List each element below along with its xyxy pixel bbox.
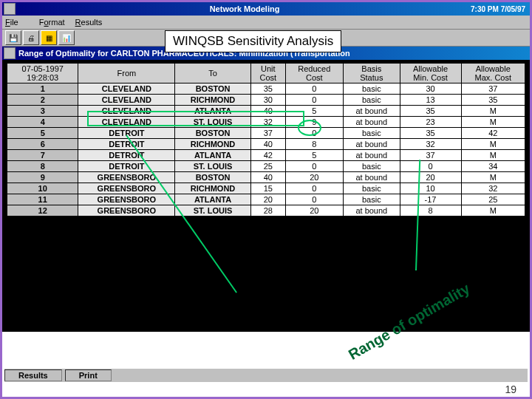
cell-amin: 32 — [400, 139, 461, 150]
cell-bs: at bound — [344, 150, 400, 161]
cell-bs: basic — [344, 194, 400, 205]
cell-amax: M — [461, 117, 525, 128]
cell-bs: at bound — [344, 205, 400, 216]
th-amin: AllowableMin. Cost — [400, 64, 461, 83]
cell-amin: 10 — [400, 183, 461, 194]
table-row[interactable]: 3 CLEVELAND ATLANTA 40 5 at bound 35 M — [7, 106, 525, 117]
cell-uc: 32 — [250, 117, 285, 128]
row-num: 10 — [7, 183, 78, 194]
table-row[interactable]: 7 DETROIT ATLANTA 42 5 at bound 37 M — [7, 150, 525, 161]
cell-amax: 32 — [461, 183, 525, 194]
cell-amin: 13 — [400, 95, 461, 106]
status-left: Results — [4, 369, 62, 381]
row-num: 4 — [7, 117, 78, 128]
th-date: 07-05-199719:28:03 — [7, 64, 78, 83]
cell-to: RICHMOND — [175, 139, 251, 150]
cell-uc: 25 — [250, 161, 285, 172]
system-menu-icon[interactable] — [4, 3, 16, 15]
row-num: 11 — [7, 194, 78, 205]
explanation-text: If this path is used, the total cost wil… — [47, 283, 226, 332]
cell-bs: at bound — [344, 106, 400, 117]
cell-to: RICHMOND — [175, 183, 251, 194]
menubar: File Format Results — [2, 16, 530, 30]
row-num: 1 — [7, 83, 78, 95]
cell-uc: 15 — [250, 183, 285, 194]
table-row[interactable]: 4 CLEVELAND ST. LOUIS 32 9 at bound 23 M — [7, 117, 525, 128]
cell-to: RICHMOND — [175, 95, 251, 106]
row-num: 6 — [7, 139, 78, 150]
cell-to: ST. LOUIS — [175, 161, 251, 172]
cell-bs: at bound — [344, 172, 400, 183]
cell-bs: at bound — [344, 139, 400, 150]
cell-from: DETROIT — [78, 161, 175, 172]
row-num: 9 — [7, 172, 78, 183]
th-amax: AllowableMax. Cost — [461, 64, 525, 83]
table-row[interactable]: 9 GREENSBORO BOSTON 40 20 at bound 20 M — [7, 172, 525, 183]
cell-rc: 0 — [285, 83, 343, 95]
app-titlebar: Network Modeling 7:30 PM 7/05/97 — [2, 2, 530, 16]
cell-rc: 0 — [285, 161, 343, 172]
th-uc: UnitCost — [250, 64, 285, 83]
toolbar-btn-4[interactable]: 📊 — [58, 30, 75, 45]
statusbar: Results Print — [4, 368, 528, 382]
cell-amax: M — [461, 172, 525, 183]
cell-amin: 0 — [400, 161, 461, 172]
cell-from: DETROIT — [78, 139, 175, 150]
table-row[interactable]: 2 CLEVELAND RICHMOND 30 0 basic 13 35 — [7, 95, 525, 106]
slide-number: 19 — [505, 383, 516, 395]
cell-rc: 9 — [285, 117, 343, 128]
th-rc: ReducedCost — [285, 64, 343, 83]
menu-format[interactable]: Format — [39, 18, 65, 27]
row-num: 3 — [7, 106, 78, 117]
table-row[interactable]: 5 DETROIT BOSTON 37 0 basic 35 42 — [7, 128, 525, 139]
cell-from: CLEVELAND — [78, 117, 175, 128]
cell-amin: 8 — [400, 205, 461, 216]
cell-bs: basic — [344, 161, 400, 172]
cell-rc: 0 — [285, 194, 343, 205]
cell-amin: 35 — [400, 106, 461, 117]
cell-to: ATLANTA — [175, 194, 251, 205]
cell-bs: at bound — [344, 117, 400, 128]
cell-to: ATLANTA — [175, 150, 251, 161]
toolbar-btn-3[interactable]: ▦ — [41, 30, 57, 45]
table-row[interactable]: 11 GREENSBORO ATLANTA 20 0 basic -17 25 — [7, 194, 525, 205]
window-title: Network Modeling — [18, 4, 471, 13]
cell-amin: -17 — [400, 194, 461, 205]
toolbar-btn-2[interactable]: 🖨 — [23, 30, 39, 45]
cell-bs: basic — [344, 83, 400, 95]
cell-rc: 0 — [285, 128, 343, 139]
table-row[interactable]: 1 CLEVELAND BOSTON 35 0 basic 30 37 — [7, 83, 525, 95]
cell-amin: 37 — [400, 150, 461, 161]
row-num: 2 — [7, 95, 78, 106]
cell-bs: basic — [344, 183, 400, 194]
cell-uc: 20 — [250, 194, 285, 205]
table-row[interactable]: 6 DETROIT RICHMOND 40 8 at bound 32 M — [7, 139, 525, 150]
cell-uc: 40 — [250, 172, 285, 183]
cell-rc: 20 — [285, 172, 343, 183]
cell-to: ST. LOUIS — [175, 117, 251, 128]
cell-amax: 35 — [461, 95, 525, 106]
cell-rc: 8 — [285, 139, 343, 150]
menu-file[interactable]: File — [5, 18, 29, 27]
cell-bs: basic — [344, 95, 400, 106]
table-row[interactable]: 10 GREENSBORO RICHMOND 15 0 basic 10 32 — [7, 183, 525, 194]
doc-system-icon[interactable] — [4, 47, 16, 59]
cell-uc: 42 — [250, 150, 285, 161]
cell-uc: 28 — [250, 205, 285, 216]
th-to: To — [175, 64, 251, 83]
cell-uc: 37 — [250, 128, 285, 139]
row-num: 12 — [7, 205, 78, 216]
cell-from: GREENSBORO — [78, 172, 175, 183]
cell-to: BOSTON — [175, 83, 251, 95]
table-row[interactable]: 12 GREENSBORO ST. LOUIS 28 20 at bound 8… — [7, 205, 525, 216]
status-right: Print — [65, 369, 112, 381]
table-row[interactable]: 8 DETROIT ST. LOUIS 25 0 basic 0 34 — [7, 161, 525, 172]
cell-uc: 30 — [250, 95, 285, 106]
cell-amin: 35 — [400, 128, 461, 139]
cell-amin: 30 — [400, 83, 461, 95]
cell-from: GREENSBORO — [78, 194, 175, 205]
toolbar-btn-1[interactable]: 💾 — [5, 30, 21, 45]
clock: 7:30 PM 7/05/97 — [471, 5, 525, 13]
row-num: 5 — [7, 128, 78, 139]
menu-results[interactable]: Results — [75, 18, 103, 27]
